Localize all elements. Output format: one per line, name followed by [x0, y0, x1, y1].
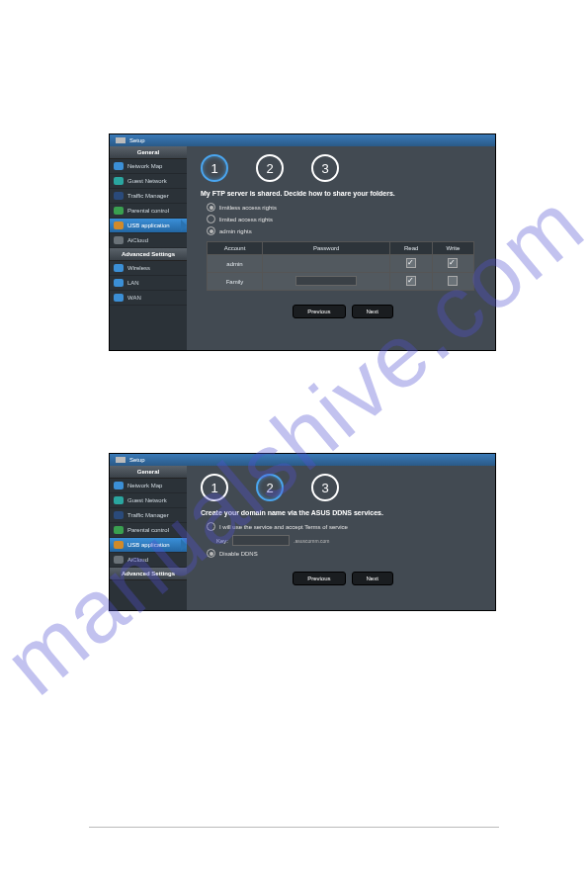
radio-icon [207, 549, 215, 558]
checkbox-write[interactable] [448, 258, 458, 268]
main-panel: 1 2 3 Create your domain name via the AS… [187, 466, 495, 610]
sidebar-item-network-map[interactable]: Network Map [110, 479, 187, 493]
th-password: Password [262, 242, 389, 255]
instruction-text: Create your domain name via the ASUS DDN… [201, 509, 485, 516]
cell-password [262, 273, 389, 291]
radio-icon [207, 226, 215, 235]
permissions-table: Account Password Read Write admin Family [207, 241, 474, 291]
option-label: admin rights [219, 228, 252, 234]
step-indicator: 1 2 3 [201, 154, 485, 182]
sidebar-item-label: Traffic Manager [127, 512, 169, 518]
sidebar-item-label: Guest Network [127, 497, 167, 503]
sidebar-item-network-map[interactable]: Network Map [110, 159, 187, 174]
traffic-manager-icon [114, 192, 124, 200]
step-2[interactable]: 2 [256, 474, 284, 501]
sidebar-header-advanced: Advanced Settings [110, 568, 187, 580]
sidebar-item-label: AiCloud [127, 557, 148, 563]
aicloud-icon [114, 236, 124, 244]
setup-label: Setup [129, 457, 145, 463]
option-label: limited access rights [219, 217, 273, 222]
checkbox-write[interactable] [448, 276, 458, 286]
option-label: Disable DDNS [219, 551, 258, 557]
table-row: admin [208, 255, 474, 273]
sidebar-item-traffic-manager[interactable]: Traffic Manager [110, 508, 187, 523]
password-input[interactable] [295, 276, 357, 286]
parental-control-icon [114, 207, 124, 215]
option-limited[interactable]: limited access rights [207, 215, 485, 223]
domain-key-row: Key: .asuscomm.com [216, 535, 485, 546]
usb-application-icon [114, 222, 124, 229]
sidebar-item-guest-network[interactable]: Guest Network [110, 174, 187, 189]
cell-write [432, 255, 473, 273]
button-row: Previous Next [201, 572, 485, 585]
step-1[interactable]: 1 [201, 154, 228, 182]
sidebar: General Network Map Guest Network Traffi… [110, 466, 187, 610]
previous-button[interactable]: Previous [293, 305, 345, 318]
option-admin[interactable]: admin rights [207, 226, 485, 235]
sidebar-header-advanced: Advanced Settings [110, 248, 187, 261]
screenshot-ddns: Setup General Network Map Guest Network … [109, 453, 496, 611]
cell-read [390, 255, 433, 273]
sidebar-item-traffic-manager[interactable]: Traffic Manager [110, 189, 187, 204]
next-button[interactable]: Next [352, 572, 393, 585]
option-label: I will use the service and accept Terms … [219, 524, 348, 530]
network-map-icon [114, 162, 124, 170]
sidebar-item-wan[interactable]: WAN [110, 291, 187, 306]
flag-icon [116, 457, 126, 463]
sidebar-item-lan[interactable]: LAN [110, 276, 187, 291]
step-1[interactable]: 1 [201, 474, 228, 501]
option-disable-ddns[interactable]: Disable DDNS [207, 549, 485, 558]
next-button[interactable]: Next [352, 305, 393, 318]
sidebar-item-label: AiCloud [127, 237, 148, 243]
network-map-icon [114, 482, 124, 489]
cell-account: Family [208, 273, 263, 291]
domain-key-input[interactable] [232, 535, 290, 546]
main-panel: 1 2 3 My FTP server is shared. Decide ho… [187, 146, 495, 350]
sidebar-item-label: LAN [127, 280, 139, 286]
option-accept-terms[interactable]: I will use the service and accept Terms … [207, 522, 485, 531]
sidebar-item-wireless[interactable]: Wireless [110, 261, 187, 276]
cell-account: admin [208, 255, 263, 273]
radio-icon [207, 522, 215, 531]
sidebar: General Network Map Guest Network Traffi… [110, 146, 187, 350]
previous-button[interactable]: Previous [293, 572, 345, 585]
th-account: Account [208, 242, 263, 255]
wireless-icon [114, 264, 124, 272]
sidebar-item-guest-network[interactable]: Guest Network [110, 493, 187, 508]
th-write: Write [432, 242, 473, 255]
aicloud-icon [114, 556, 124, 564]
traffic-manager-icon [114, 511, 124, 519]
usb-application-icon [114, 541, 124, 549]
top-bar: Setup [110, 134, 495, 146]
step-2[interactable]: 2 [256, 154, 284, 182]
sidebar-item-parental-control[interactable]: Parental control [110, 204, 187, 219]
step-3[interactable]: 3 [311, 474, 339, 501]
guest-network-icon [114, 496, 124, 504]
option-limitless[interactable]: limitless access rights [207, 203, 485, 212]
sidebar-item-label: Guest Network [127, 178, 167, 184]
sidebar-item-parental-control[interactable]: Parental control [110, 523, 187, 538]
document-page: manualshive.com Setup General Network Ma… [0, 0, 588, 887]
radio-icon [207, 203, 215, 212]
sidebar-item-label: Network Map [127, 163, 162, 169]
lan-icon [114, 279, 124, 287]
checkbox-read[interactable] [406, 258, 416, 268]
sidebar-item-usb-application[interactable]: USB application [110, 538, 187, 553]
sidebar-item-label: USB application [127, 542, 170, 548]
sidebar-item-aicloud[interactable]: AiCloud [110, 233, 187, 248]
wan-icon [114, 294, 124, 302]
instruction-text: My FTP server is shared. Decide how to s… [201, 190, 485, 197]
domain-suffix: .asuscomm.com [294, 538, 329, 544]
step-3[interactable]: 3 [311, 154, 339, 182]
sidebar-item-label: USB application [127, 222, 170, 228]
button-row: Previous Next [201, 305, 485, 318]
th-read: Read [390, 242, 433, 255]
sidebar-item-usb-application[interactable]: USB application [110, 219, 187, 233]
sidebar-item-label: Parental control [127, 527, 169, 533]
sidebar-item-label: WAN [127, 295, 141, 301]
sidebar-item-aicloud[interactable]: AiCloud [110, 553, 187, 568]
sidebar-item-label: Wireless [127, 265, 150, 271]
checkbox-read[interactable] [406, 276, 416, 286]
guest-network-icon [114, 177, 124, 185]
cell-read [390, 273, 433, 291]
